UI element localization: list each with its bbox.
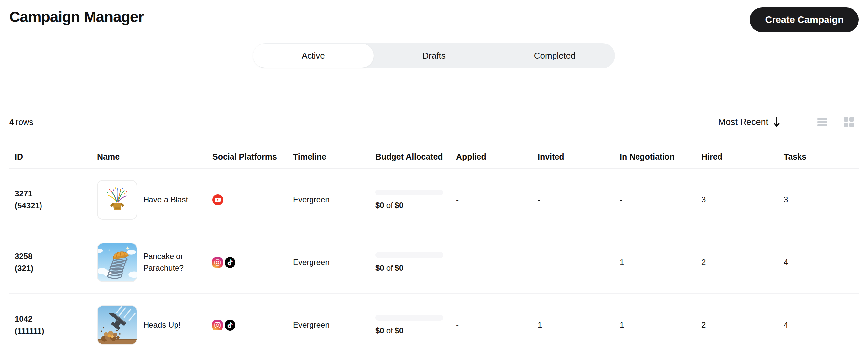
social-platforms-cell (207, 195, 287, 205)
in-negotiation-cell: 1 (614, 320, 696, 330)
budget-spent: $0 (375, 263, 384, 272)
column-header-applied: Applied (451, 152, 532, 162)
campaign-secondary-id: (321) (15, 262, 92, 274)
budget-cell: $0of$0 (370, 189, 451, 210)
table-row[interactable]: 3271 (54321) (9, 169, 859, 231)
budget-conjunction: of (386, 326, 393, 335)
budget-total: $0 (395, 326, 404, 335)
tab-completed[interactable]: Completed (494, 44, 615, 67)
applied-cell: - (451, 195, 532, 204)
column-header-in-negotiation: In Negotiation (614, 152, 696, 162)
instagram-icon (212, 257, 223, 268)
campaign-id-cell: 1042 (111111) (9, 313, 92, 337)
row-count-number: 4 (9, 117, 14, 126)
budget-conjunction: of (386, 263, 393, 272)
hired-cell: 2 (696, 258, 778, 267)
row-count: 4rows (9, 117, 33, 127)
tasks-cell: 3 (778, 195, 859, 204)
list-view-icon[interactable] (817, 117, 828, 127)
social-platforms-cell (207, 257, 287, 268)
column-header-id: ID (9, 152, 92, 162)
campaign-name: Heads Up! (143, 319, 181, 331)
timeline-cell: Evergreen (287, 258, 370, 267)
table-header-row: ID Name Social Platforms Timeline Budget… (9, 145, 859, 169)
tab-drafts[interactable]: Drafts (374, 44, 495, 67)
invited-cell: - (532, 258, 614, 267)
tab-active[interactable]: Active (253, 44, 374, 67)
budget-progress-bar (375, 189, 443, 196)
timeline-cell: Evergreen (287, 195, 370, 204)
page-title: Campaign Manager (9, 8, 144, 26)
campaign-id-cell: 3258 (321) (9, 251, 92, 274)
campaign-name-cell: Pancake or Parachute? (92, 242, 207, 282)
budget-progress-bar (375, 252, 443, 258)
hired-cell: 3 (696, 195, 778, 204)
in-negotiation-cell: - (614, 195, 696, 204)
table-row[interactable]: 3258 (321) (9, 231, 859, 294)
budget-conjunction: of (386, 201, 393, 210)
campaign-thumbnail (97, 180, 137, 219)
column-header-hired: Hired (696, 152, 778, 162)
campaign-name: Have a Blast (143, 194, 188, 206)
sort-label: Most Recent (718, 117, 768, 127)
campaign-secondary-id: (54321) (15, 200, 92, 212)
campaign-id: 3258 (15, 251, 92, 262)
campaign-thumbnail (97, 305, 137, 345)
budget-spent: $0 (375, 326, 384, 335)
campaign-status-tabs: Active Drafts Completed (253, 43, 615, 68)
budget-spent: $0 (375, 201, 384, 210)
create-campaign-button[interactable]: Create Campaign (750, 7, 859, 32)
timeline-cell: Evergreen (287, 320, 370, 330)
column-header-tasks: Tasks (778, 152, 859, 162)
invited-cell: - (532, 195, 614, 204)
campaign-id-cell: 3271 (54321) (9, 188, 92, 212)
column-header-invited: Invited (532, 152, 614, 162)
column-header-budget-allocated: Budget Allocated (370, 152, 451, 162)
budget-cell: $0of$0 (370, 252, 451, 272)
column-header-timeline: Timeline (287, 152, 370, 162)
hired-cell: 2 (696, 320, 778, 330)
column-header-social-platforms: Social Platforms (207, 152, 287, 162)
youtube-icon (212, 195, 223, 205)
sort-control[interactable]: Most Recent (718, 117, 780, 127)
invited-cell: 1 (532, 320, 614, 330)
budget-progress-bar (375, 315, 443, 321)
tasks-cell: 4 (778, 258, 859, 267)
column-header-name: Name (92, 152, 207, 162)
campaign-secondary-id: (111111) (15, 325, 92, 337)
table-controls: 4rows Most Recent (9, 114, 859, 130)
campaign-name: Pancake or Parachute? (143, 251, 201, 274)
tiktok-icon (224, 257, 236, 268)
social-platforms-cell (207, 320, 287, 330)
campaign-id: 1042 (15, 313, 92, 325)
instagram-icon (212, 320, 223, 330)
grid-view-icon[interactable] (843, 117, 854, 127)
tiktok-icon (224, 320, 236, 330)
row-count-label: rows (16, 117, 33, 126)
budget-cell: $0of$0 (370, 315, 451, 335)
tasks-cell: 4 (778, 320, 859, 330)
budget-total: $0 (395, 201, 404, 210)
in-negotiation-cell: 1 (614, 258, 696, 267)
budget-total: $0 (395, 263, 404, 272)
campaign-thumbnail (97, 242, 137, 282)
campaigns-table: ID Name Social Platforms Timeline Budget… (9, 145, 859, 352)
campaign-name-cell: Have a Blast (92, 180, 207, 219)
campaign-id: 3271 (15, 188, 92, 200)
applied-cell: - (451, 320, 532, 330)
table-row[interactable]: 1042 (111111) (9, 294, 859, 352)
sort-descending-arrow-icon (774, 117, 780, 127)
campaign-name-cell: Heads Up! (92, 305, 207, 345)
applied-cell: - (451, 258, 532, 267)
